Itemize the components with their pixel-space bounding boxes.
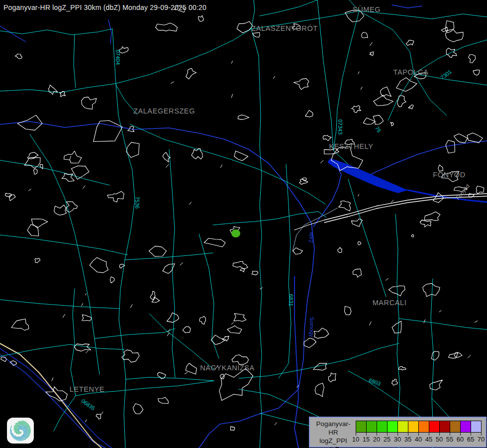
river-path: [371, 141, 487, 174]
settlement-outline-path: [321, 160, 323, 163]
settlement-outline: [445, 29, 463, 42]
legend-color-cell: [471, 421, 482, 433]
settlement-outline: [454, 134, 468, 143]
water-label: Somogy: [309, 317, 315, 337]
radar-echo: [231, 229, 240, 237]
settlement-outline-path: [439, 311, 441, 312]
settlement-outline: [71, 166, 89, 179]
settlement-outline-path: [475, 321, 478, 322]
river-path: [108, 20, 111, 44]
road-path: [260, 0, 317, 16]
road-path: [199, 234, 219, 358]
settlement-outline: [353, 269, 361, 277]
settlement-outline-path: [130, 305, 132, 308]
settlement-outline-path: [231, 61, 232, 64]
road-path: [359, 11, 414, 74]
settlement-outline-path: [424, 320, 425, 323]
settlement-outline-path: [82, 304, 83, 306]
legend-color-cell: [450, 421, 460, 433]
legend-tick-label: 70: [478, 436, 485, 443]
settlement-outline: [82, 315, 92, 321]
settlement-outline: [433, 193, 444, 203]
road-path: [279, 164, 291, 378]
road-number-label: 6803: [368, 377, 382, 387]
town-label: NAGYKANIZSA: [200, 364, 255, 372]
legend-tick-label: 35: [404, 436, 411, 443]
settlement-outline: [406, 40, 414, 45]
settlement-outline: [11, 319, 29, 331]
settlement-outline: [238, 115, 249, 119]
road-path: [251, 29, 262, 448]
road-path: [30, 134, 99, 374]
shore-label: Fonyód: [455, 183, 471, 201]
road-path: [348, 179, 386, 297]
settlement-outline: [183, 327, 191, 333]
town-label: MARCALI: [373, 299, 407, 307]
settlement-outline-path: [52, 378, 53, 381]
road-path: [125, 377, 214, 381]
settlement-outline: [149, 246, 166, 256]
settlement-outline: [293, 248, 302, 254]
legend-tick-label: 60: [457, 436, 464, 443]
road-number-label: 07404: [115, 50, 121, 65]
settlement-outline-path: [421, 220, 423, 222]
settlement-outline-path: [29, 189, 31, 191]
river-path: [392, 5, 422, 8]
settlement-outline-path: [63, 314, 65, 317]
road-path: [0, 29, 251, 93]
road-path: [213, 212, 326, 225]
settlement-outline-path: [167, 333, 169, 336]
road-number-label: 76: [374, 125, 383, 133]
settlement-outline: [234, 314, 246, 322]
radar-title: Poganyvar-HR logZ_PPI 30km (dbZ) Monday …: [3, 3, 206, 11]
settlement-outline: [397, 96, 406, 107]
settlement-outline-path: [86, 350, 89, 353]
settlement-outline: [90, 257, 108, 273]
settlement-outline-path: [468, 355, 471, 358]
settlement-outline: [323, 135, 331, 141]
settlement-outline-path: [391, 200, 393, 202]
settlement-outline: [431, 351, 439, 360]
settlement-outline-path: [386, 278, 389, 280]
settlement-outline: [35, 258, 40, 263]
road-path: [130, 124, 325, 204]
settlement-outline: [54, 205, 66, 215]
road-path: [0, 300, 119, 309]
settlement-outline: [64, 151, 82, 163]
settlement-outline-path: [358, 195, 359, 197]
settlement-outline: [156, 23, 178, 31]
settlement-outline-path: [274, 76, 275, 78]
settlement-outline: [315, 383, 324, 397]
legend-color-cell: [356, 421, 366, 433]
settlement-outline: [82, 97, 97, 109]
settlement-outline: [133, 404, 143, 414]
road-path: [0, 235, 127, 255]
legend-color-cell: [366, 421, 377, 433]
town-label: KESZTHELY: [329, 142, 374, 150]
legend-tick-label: 55: [446, 436, 453, 443]
town-label: TAPOLCA: [393, 68, 429, 76]
spiral-icon: [9, 420, 31, 442]
settlement-outline: [227, 326, 242, 333]
legend-color-cell: [387, 421, 397, 433]
settlement-outline-path: [275, 423, 277, 425]
legend-colorbar: 10152025303540455055606570: [356, 421, 482, 442]
settlement-outline-path: [166, 164, 169, 167]
settlement-outline: [454, 353, 462, 358]
settlement-outline: [370, 52, 374, 56]
settlement-outline: [396, 78, 417, 92]
road-path: [333, 11, 359, 150]
settlement-outline: [304, 338, 316, 347]
settlement-outline: [1, 357, 7, 361]
settlement-outline-path: [185, 372, 188, 374]
spiral-arc: [15, 425, 25, 436]
settlement-outline: [467, 133, 483, 143]
settlement-outline: [110, 277, 114, 283]
road-path: [95, 329, 175, 338]
road-number-label: 7301: [439, 69, 453, 81]
settlement-outline: [408, 105, 413, 109]
settlement-outline: [424, 212, 440, 221]
settlement-outline: [305, 111, 313, 117]
settlement-outline: [119, 264, 125, 268]
road-number-label: 06835: [80, 398, 96, 411]
